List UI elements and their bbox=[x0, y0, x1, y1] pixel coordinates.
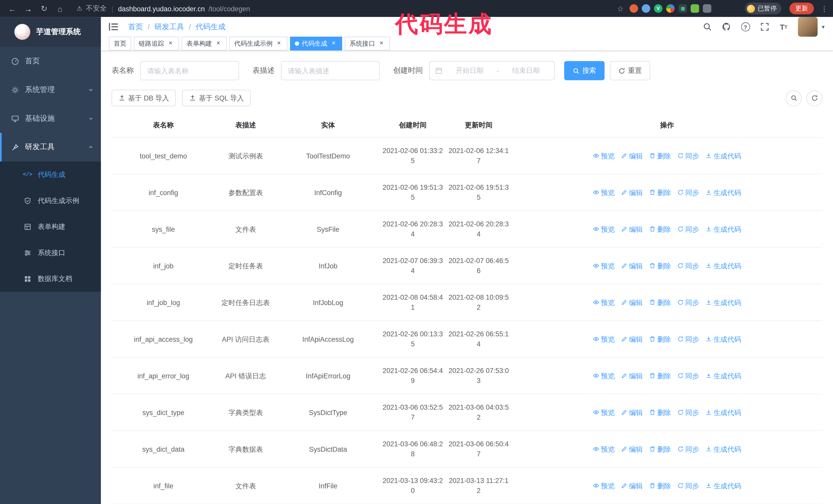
action-edit[interactable]: 编辑 bbox=[621, 407, 643, 417]
action-sync[interactable]: 同步 bbox=[677, 407, 699, 417]
action-preview[interactable]: 预览 bbox=[593, 407, 615, 417]
close-icon[interactable]: × bbox=[378, 40, 385, 47]
action-delete[interactable]: 删除 bbox=[649, 224, 671, 234]
action-preview[interactable]: 预览 bbox=[593, 187, 615, 197]
action-sync[interactable]: 同步 bbox=[677, 371, 699, 381]
github-icon[interactable] bbox=[718, 19, 734, 35]
action-generate[interactable]: 生成代码 bbox=[706, 261, 741, 271]
sidebar-item-devtools[interactable]: 研发工具 bbox=[0, 133, 101, 162]
header-search-icon[interactable] bbox=[699, 19, 715, 35]
tab-home[interactable]: 首页 bbox=[109, 37, 131, 50]
help-icon[interactable]: ? bbox=[737, 19, 753, 35]
breadcrumb-item-home[interactable]: 首页 bbox=[128, 22, 143, 31]
action-edit[interactable]: 编辑 bbox=[621, 334, 643, 344]
action-delete[interactable]: 删除 bbox=[649, 334, 671, 344]
sidebar-item-infra[interactable]: 基础设施 bbox=[0, 104, 101, 133]
tab-system-api[interactable]: 系统接口× bbox=[345, 37, 390, 50]
action-delete[interactable]: 删除 bbox=[649, 407, 671, 417]
action-edit[interactable]: 编辑 bbox=[621, 187, 643, 197]
action-edit[interactable]: 编辑 bbox=[621, 261, 643, 271]
fullscreen-icon[interactable] bbox=[757, 19, 772, 35]
sidebar-item-codegen[interactable]: </> 代码生成 bbox=[0, 162, 101, 188]
browser-home-button[interactable]: ⌂ bbox=[53, 2, 67, 16]
action-delete[interactable]: 删除 bbox=[649, 187, 671, 197]
close-icon[interactable]: × bbox=[275, 40, 283, 47]
bookmark-star-icon[interactable]: ☆ bbox=[617, 4, 624, 13]
table-desc-input[interactable] bbox=[281, 61, 380, 80]
tab-tracing[interactable]: 链路追踪× bbox=[134, 37, 179, 50]
action-sync[interactable]: 同步 bbox=[677, 187, 699, 197]
action-edit[interactable]: 编辑 bbox=[621, 444, 643, 454]
action-preview[interactable]: 预览 bbox=[593, 261, 615, 271]
action-generate[interactable]: 生成代码 bbox=[706, 444, 741, 454]
extension-icon-5[interactable] bbox=[679, 4, 687, 13]
breadcrumb-item-devtools[interactable]: 研发工具 bbox=[154, 22, 184, 31]
reset-button[interactable]: 重置 bbox=[610, 61, 650, 80]
browser-forward-button[interactable]: → bbox=[21, 2, 35, 16]
action-preview[interactable]: 预览 bbox=[593, 224, 615, 234]
action-delete[interactable]: 删除 bbox=[649, 151, 671, 161]
sidebar-item-system-api[interactable]: 系统接口 bbox=[0, 240, 101, 266]
extension-icon-6[interactable] bbox=[691, 4, 699, 13]
sidebar-item-system[interactable]: 系统管理 bbox=[0, 75, 101, 104]
profile-paused-chip[interactable]: 已暂停 bbox=[745, 3, 782, 14]
import-sql-button[interactable]: 基于 SQL 导入 bbox=[183, 90, 251, 106]
close-icon[interactable]: × bbox=[167, 40, 174, 47]
action-generate[interactable]: 生成代码 bbox=[706, 407, 741, 417]
action-preview[interactable]: 预览 bbox=[593, 371, 615, 381]
action-preview[interactable]: 预览 bbox=[593, 334, 615, 344]
action-edit[interactable]: 编辑 bbox=[621, 151, 643, 161]
refresh-table-button[interactable] bbox=[806, 90, 822, 106]
action-edit[interactable]: 编辑 bbox=[621, 371, 643, 381]
tab-form-builder[interactable]: 表单构建× bbox=[182, 37, 227, 50]
action-delete[interactable]: 删除 bbox=[649, 444, 671, 454]
action-delete[interactable]: 删除 bbox=[649, 261, 671, 271]
action-edit[interactable]: 编辑 bbox=[621, 481, 643, 491]
user-menu[interactable]: ▼ bbox=[798, 17, 826, 37]
sidebar-item-db-docs[interactable]: 数据库文档 bbox=[0, 266, 101, 292]
close-icon[interactable]: × bbox=[215, 40, 222, 47]
table-name-input[interactable] bbox=[140, 61, 239, 80]
action-generate[interactable]: 生成代码 bbox=[706, 481, 741, 491]
address-bar[interactable]: ⚠ 不安全 | dashboard.yudao.iocoder.cn/tool/… bbox=[76, 4, 617, 13]
action-preview[interactable]: 预览 bbox=[593, 297, 615, 307]
action-generate[interactable]: 生成代码 bbox=[706, 187, 741, 197]
action-sync[interactable]: 同步 bbox=[677, 481, 699, 491]
extension-icon-1[interactable] bbox=[629, 4, 638, 13]
action-edit[interactable]: 编辑 bbox=[621, 297, 643, 307]
action-generate[interactable]: 生成代码 bbox=[706, 371, 741, 381]
sidebar-toggle-icon[interactable] bbox=[109, 21, 120, 33]
action-sync[interactable]: 同步 bbox=[677, 261, 699, 271]
tab-codegen-example[interactable]: 代码生成示例× bbox=[230, 37, 287, 50]
action-sync[interactable]: 同步 bbox=[677, 224, 699, 234]
extension-icon-4[interactable] bbox=[666, 4, 674, 13]
sidebar-item-codegen-example[interactable]: 代码生成示例 bbox=[0, 188, 101, 214]
action-delete[interactable]: 删除 bbox=[649, 481, 671, 491]
action-preview[interactable]: 预览 bbox=[593, 151, 615, 161]
browser-update-button[interactable]: 更新 bbox=[789, 3, 814, 14]
action-sync[interactable]: 同步 bbox=[677, 297, 699, 307]
sidebar-item-home[interactable]: 首页 bbox=[0, 47, 101, 75]
action-sync[interactable]: 同步 bbox=[677, 151, 699, 161]
action-preview[interactable]: 预览 bbox=[593, 444, 615, 454]
action-generate[interactable]: 生成代码 bbox=[706, 224, 741, 234]
browser-menu-icon[interactable]: ⋮ bbox=[821, 5, 828, 13]
extension-icon-2[interactable] bbox=[642, 4, 650, 13]
tab-codegen[interactable]: 代码生成× bbox=[290, 37, 342, 50]
action-delete[interactable]: 删除 bbox=[649, 371, 671, 381]
app-logo[interactable]: 芋道管理系统 bbox=[0, 17, 101, 47]
close-icon[interactable]: × bbox=[330, 40, 337, 47]
sidebar-item-form-builder[interactable]: 表单构建 bbox=[0, 214, 101, 240]
action-delete[interactable]: 删除 bbox=[649, 297, 671, 307]
action-preview[interactable]: 预览 bbox=[593, 481, 615, 491]
date-range-picker[interactable]: 开始日期 - 结束日期 bbox=[429, 61, 555, 80]
import-db-button[interactable]: 基于 DB 导入 bbox=[112, 90, 176, 106]
search-button[interactable]: 搜索 bbox=[564, 61, 604, 80]
browser-reload-button[interactable]: ↻ bbox=[37, 2, 51, 16]
font-size-icon[interactable]: TT bbox=[776, 19, 791, 35]
action-sync[interactable]: 同步 bbox=[677, 444, 699, 454]
action-edit[interactable]: 编辑 bbox=[621, 224, 643, 234]
action-generate[interactable]: 生成代码 bbox=[706, 297, 741, 307]
browser-back-button[interactable]: ← bbox=[5, 2, 19, 16]
action-generate[interactable]: 生成代码 bbox=[706, 334, 741, 344]
